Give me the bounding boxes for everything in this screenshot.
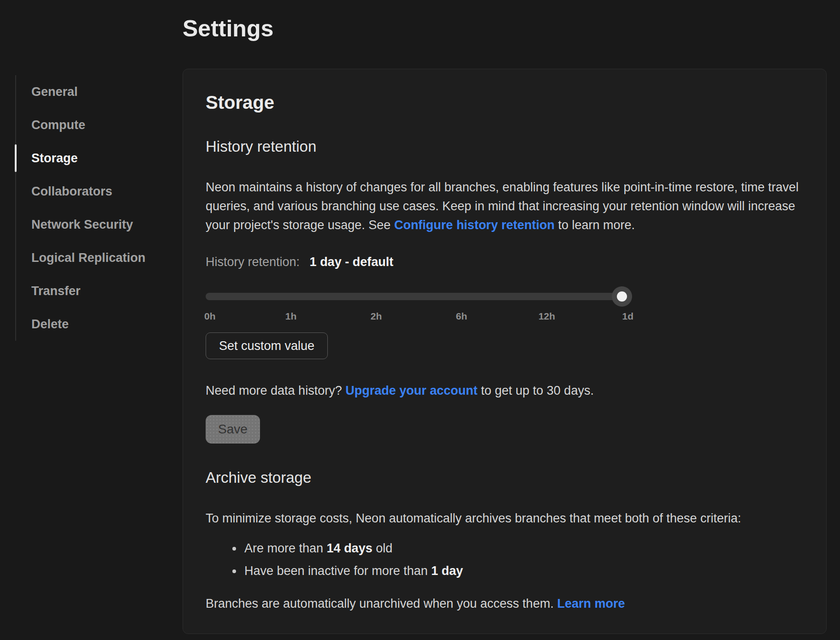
- slider-track[interactable]: [206, 293, 632, 300]
- history-retention-slider-wrap: 0h 1h 2h 6h 12h 1d: [206, 286, 632, 322]
- settings-page: General Compute Storage Collaborators Ne…: [0, 0, 840, 634]
- storage-card: Storage History retention Neon maintains…: [183, 69, 827, 634]
- page-title: Settings: [183, 14, 827, 43]
- settings-sidebar: General Compute Storage Collaborators Ne…: [0, 0, 168, 634]
- settings-nav-list: General Compute Storage Collaborators Ne…: [15, 75, 168, 341]
- settings-main: Settings Storage History retention Neon …: [168, 0, 840, 634]
- archive-criteria-list: Are more than 14 days old Have been inac…: [206, 539, 802, 581]
- archive-storage-intro: To minimize storage costs, Neon automati…: [206, 509, 802, 528]
- slider-tick-12h: 12h: [538, 310, 555, 322]
- history-retention-heading: History retention: [206, 137, 802, 156]
- history-retention-value: 1 day - default: [310, 255, 394, 269]
- sidebar-item-network-security[interactable]: Network Security: [16, 208, 168, 241]
- slider-tick-2h: 2h: [371, 310, 382, 322]
- archive-storage-heading: Archive storage: [206, 468, 802, 487]
- archive-footer: Branches are automatically unarchived wh…: [206, 594, 802, 613]
- criteria-inactivity-text: Have been inactive for more than: [244, 564, 431, 578]
- sidebar-item-delete[interactable]: Delete: [16, 308, 168, 341]
- sidebar-item-collaborators[interactable]: Collaborators: [16, 175, 168, 208]
- sidebar-item-storage[interactable]: Storage: [16, 142, 168, 175]
- history-retention-value-row: History retention: 1 day - default: [206, 254, 802, 270]
- archive-criteria-age: Are more than 14 days old: [232, 539, 802, 558]
- sidebar-item-compute[interactable]: Compute: [16, 108, 168, 142]
- slider-tick-1h: 1h: [285, 310, 297, 322]
- sidebar-item-general[interactable]: General: [16, 75, 168, 108]
- slider-tick-6h: 6h: [456, 310, 467, 322]
- slider-tick-1d: 1d: [622, 310, 633, 322]
- archive-footer-text: Branches are automatically unarchived wh…: [206, 597, 557, 610]
- slider-thumb[interactable]: [612, 286, 632, 307]
- upgrade-text: Need more data history?: [206, 384, 345, 397]
- upgrade-row: Need more data history? Upgrade your acc…: [206, 381, 802, 400]
- save-button[interactable]: Save: [206, 415, 260, 444]
- storage-card-title: Storage: [206, 91, 802, 113]
- history-retention-description: Neon maintains a history of changes for …: [206, 178, 802, 235]
- learn-more-link[interactable]: Learn more: [557, 597, 625, 610]
- criteria-age-text-end: old: [373, 541, 393, 555]
- slider-tick-0h: 0h: [204, 310, 216, 322]
- set-custom-value-button[interactable]: Set custom value: [206, 332, 328, 359]
- criteria-age-value: 14 days: [327, 541, 373, 555]
- configure-history-retention-link[interactable]: Configure history retention: [394, 218, 555, 232]
- sidebar-item-logical-replication[interactable]: Logical Replication: [16, 241, 168, 274]
- history-retention-label: History retention:: [206, 255, 300, 269]
- upgrade-text-end: to get up to 30 days.: [478, 384, 594, 397]
- upgrade-your-account-link[interactable]: Upgrade your account: [345, 384, 478, 397]
- slider-tick-labels: 0h 1h 2h 6h 12h 1d: [206, 310, 632, 322]
- history-retention-slider[interactable]: [206, 286, 632, 307]
- criteria-age-text: Are more than: [244, 541, 327, 555]
- archive-criteria-inactivity: Have been inactive for more than 1 day: [232, 562, 802, 581]
- sidebar-item-transfer[interactable]: Transfer: [16, 274, 168, 308]
- history-description-text-end: to learn more.: [555, 218, 635, 232]
- criteria-inactivity-value: 1 day: [431, 564, 463, 578]
